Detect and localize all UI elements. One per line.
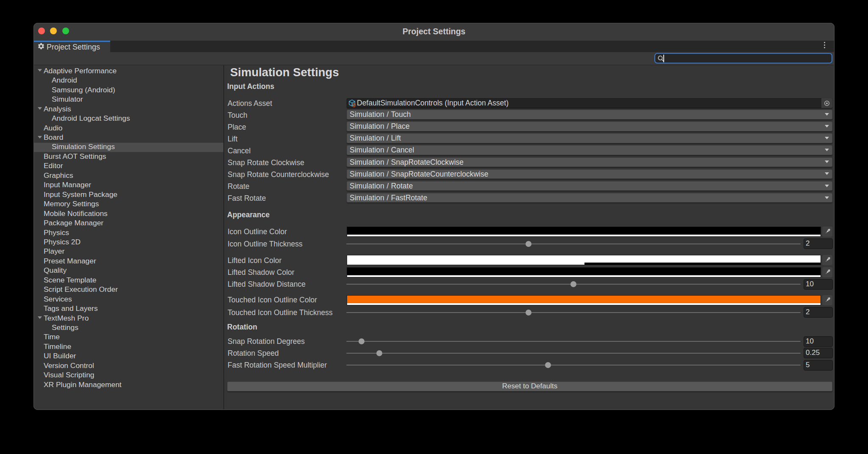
svg-text:{}: {} — [352, 102, 356, 107]
